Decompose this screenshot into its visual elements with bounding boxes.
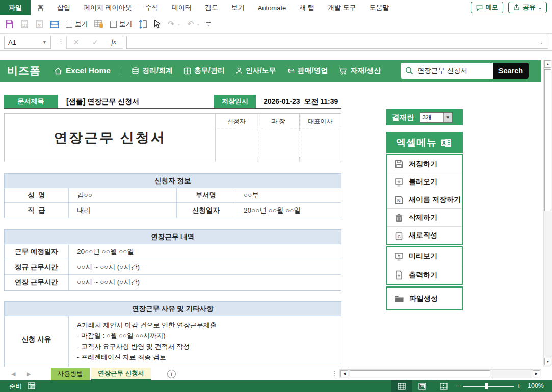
add-sheet-icon[interactable]: + [167, 370, 176, 378]
page-break-view-button[interactable] [433, 380, 454, 392]
page-layout-view-button[interactable] [412, 380, 432, 392]
row-height-button[interactable] [139, 20, 147, 29]
menu-production-label: 자재/생산 [350, 66, 381, 75]
bizforms-logo[interactable]: 비즈폼 [7, 64, 41, 78]
work-date-value[interactable]: 20○○년 ○○월 ○○일 [68, 244, 341, 259]
customize-toolbar-button[interactable]: ⌄ [206, 22, 211, 27]
tab-home[interactable]: 홈 [31, 0, 50, 15]
regular-hours-value[interactable]: ○○시 ~ ○○시 (○시간) [68, 259, 341, 274]
search-submit-button[interactable]: Search [493, 63, 529, 79]
enter-icon[interactable]: ✓ [92, 38, 98, 46]
zoom-slider[interactable] [463, 386, 514, 387]
view-checkbox-1[interactable]: 보기 [66, 20, 88, 29]
menu-item-label: 새로작성 [409, 231, 437, 240]
menu-item-save[interactable]: 저장하기 [387, 155, 462, 173]
tab-review[interactable]: 검토 [198, 0, 225, 15]
formula-expand-icon[interactable]: ⌄ [539, 40, 543, 45]
macro-record-icon[interactable] [28, 382, 36, 390]
menu-sales[interactable]: 판매/영업 [287, 66, 328, 75]
view-checkbox-2[interactable]: 보기 [110, 20, 132, 29]
approval-signature-cell[interactable] [257, 129, 299, 162]
menu-item-print[interactable]: 출력하기 [387, 266, 462, 284]
tab-file[interactable]: 파일 [0, 0, 31, 15]
menu-production[interactable]: 자재/생산 [338, 66, 381, 75]
search-input[interactable] [417, 67, 484, 74]
undo-button[interactable]: ↶ ⌄ [187, 20, 200, 29]
menu-item-save-as[interactable]: N 새이름 저장하기 [387, 191, 462, 208]
tab-new-tab[interactable]: 새 탭 [293, 0, 321, 15]
vertical-scrollbar-thumb[interactable] [544, 69, 551, 211]
menu-admin[interactable]: 총무/관리 [183, 66, 225, 75]
menu-item-new[interactable]: C 새로작성 [387, 226, 462, 244]
approval-signature-cell[interactable] [300, 129, 341, 162]
share-button[interactable]: 공유 ⌄ [508, 2, 547, 13]
tab-view[interactable]: 보기 [225, 0, 251, 15]
approval-column: 과 장 [257, 114, 299, 162]
horizontal-scrollbar[interactable]: ◀ ▶ [339, 369, 541, 378]
horizontal-scrollbar-thumb[interactable] [350, 370, 490, 377]
insert-function-button[interactable]: fx [111, 38, 116, 46]
comments-button[interactable]: 메모 [471, 2, 503, 13]
tab-automate[interactable]: Automate [251, 0, 293, 15]
freeze-panes-button[interactable] [50, 20, 59, 29]
name-value[interactable]: 김○○ [68, 188, 176, 202]
prev-sheet-icon[interactable]: ◀ [11, 371, 15, 377]
menu-item-label: 불러오기 [409, 177, 437, 187]
view-checkbox-2-label: 보기 [119, 20, 132, 29]
scroll-up-icon[interactable]: ▲ [544, 60, 551, 68]
normal-view-button[interactable] [391, 380, 412, 392]
excel-home-link[interactable]: Excel Home [54, 66, 111, 75]
overtime-detail-table: 연장근무 내역 근무 예정일자 20○○년 ○○월 ○○일 정규 근무시간 ○○… [4, 229, 341, 291]
vertical-scrollbar[interactable]: ▲ ▼ [543, 60, 552, 367]
cancel-icon[interactable]: ✕ [73, 38, 80, 46]
menu-accounting[interactable]: 경리/회계 [132, 66, 173, 75]
save-button[interactable] [5, 20, 14, 29]
tab-data[interactable]: 데이터 [165, 0, 198, 15]
scroll-left-icon[interactable]: ◀ [340, 370, 348, 377]
scroll-right-icon[interactable]: ▶ [533, 370, 540, 377]
formula-buttons: ✕ ✓ fx [66, 36, 123, 49]
sheet-tab-overtime-form[interactable]: 연장근무 신청서 [91, 368, 151, 380]
scroll-down-icon[interactable]: ▼ [544, 358, 551, 365]
protect-sheet-button[interactable] [94, 20, 103, 29]
next-sheet-icon[interactable]: ▶ [27, 371, 31, 377]
zoom-out-icon[interactable]: − [455, 382, 459, 390]
menu-item-label: 삭제하기 [409, 213, 437, 222]
sheet-tab-usage[interactable]: 사용방법 [51, 368, 90, 380]
share-button-label: 공유 [522, 3, 535, 12]
department-value[interactable]: ○○부 [235, 188, 341, 202]
formula-input[interactable] [126, 36, 548, 49]
reason-line: - 고객사 요구사항 반영 및 견적서 작성 [77, 341, 341, 352]
tab-developer[interactable]: 개발 도구 [321, 0, 363, 15]
menu-item-file-create[interactable]: 파일생성 [387, 288, 462, 309]
save-icon [394, 159, 404, 169]
tab-insert[interactable]: 삽입 [50, 0, 77, 15]
tab-formulas[interactable]: 수식 [139, 0, 165, 15]
tab-help[interactable]: 도움말 [363, 0, 396, 15]
menu-item-delete[interactable]: 삭제하기 [387, 208, 462, 226]
paste-values-button[interactable]: 123 [20, 20, 29, 29]
menu-item-label: 새이름 저장하기 [409, 195, 461, 204]
menu-hr[interactable]: 인사/노무 [235, 66, 276, 75]
tab-page-layout[interactable]: 페이지 레이아웃 [77, 0, 139, 15]
dropdown-arrow-icon[interactable]: ▼ [443, 113, 452, 122]
menu-item-load[interactable]: 불러오기 [387, 173, 462, 191]
redo-button[interactable]: ↷ ⌄ [168, 20, 180, 29]
name-box[interactable]: A1 ▼ [4, 36, 51, 49]
approval-signature-cell[interactable] [216, 129, 257, 162]
zoom-level[interactable]: 100% [528, 382, 544, 389]
paste-formulas-button[interactable]: fx [35, 20, 43, 29]
position-value[interactable]: 대리 [68, 203, 176, 218]
zoom-slider-handle[interactable] [485, 383, 488, 389]
overtime-section-header: 연장근무 내역 [5, 230, 341, 244]
approval-column: 대표이사 [300, 114, 341, 162]
overtime-hours-value[interactable]: ○○시 ~ ○○시 (○시간) [68, 275, 341, 290]
approval-count-dropdown[interactable]: 3개 ▼ [420, 112, 453, 123]
menu-item-preview[interactable]: 미리보기 [387, 247, 462, 266]
zoom-in-icon[interactable]: + [517, 382, 521, 390]
reason-text[interactable]: A거래처 제안서 마감 건으로 인한 연장근무제출 - 마감일 : ○월 ○○일… [68, 316, 341, 363]
select-cursor-button[interactable] [154, 20, 161, 29]
document-title-label: 문서제목 [4, 95, 58, 108]
apply-date-value[interactable]: 20○○년 ○○월 ○○일 [235, 203, 341, 218]
search-box[interactable] [401, 63, 493, 79]
